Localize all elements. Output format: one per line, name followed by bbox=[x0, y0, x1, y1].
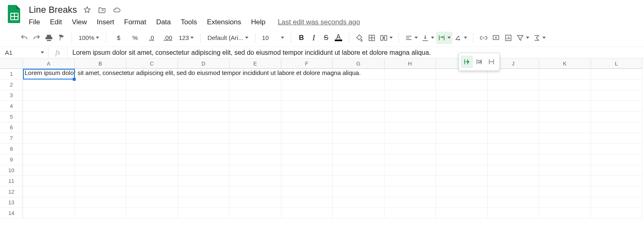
col-header[interactable]: L bbox=[591, 58, 643, 69]
fill-color-button[interactable] bbox=[353, 32, 366, 44]
cell[interactable] bbox=[178, 69, 230, 79]
menu-insert[interactable]: Insert bbox=[92, 16, 119, 28]
italic-button[interactable]: I bbox=[308, 32, 320, 44]
cell[interactable] bbox=[488, 208, 540, 219]
cell[interactable] bbox=[178, 101, 230, 112]
cell[interactable] bbox=[75, 133, 127, 144]
cell[interactable] bbox=[591, 112, 643, 122]
cell[interactable] bbox=[281, 154, 333, 165]
cell[interactable] bbox=[75, 69, 127, 79]
cell[interactable] bbox=[126, 69, 178, 79]
font-select[interactable]: Default (Ari... bbox=[205, 32, 251, 44]
cell[interactable] bbox=[385, 69, 436, 79]
cell[interactable] bbox=[23, 144, 75, 154]
cell[interactable] bbox=[436, 133, 488, 144]
cell[interactable] bbox=[126, 154, 178, 165]
cell[interactable] bbox=[539, 187, 591, 197]
row-header[interactable]: 9 bbox=[0, 154, 23, 165]
cell[interactable] bbox=[75, 176, 127, 187]
cell[interactable] bbox=[385, 187, 436, 197]
cell[interactable] bbox=[23, 79, 75, 90]
cell[interactable] bbox=[229, 187, 281, 197]
cell[interactable] bbox=[333, 154, 385, 165]
cell[interactable] bbox=[281, 144, 333, 154]
name-box[interactable]: A1 bbox=[0, 47, 49, 58]
cell[interactable] bbox=[333, 122, 385, 133]
cell[interactable] bbox=[23, 122, 75, 133]
menu-file[interactable]: File bbox=[28, 16, 45, 28]
cell[interactable] bbox=[385, 154, 436, 165]
col-header[interactable]: G bbox=[333, 58, 385, 69]
row-header[interactable]: 1 bbox=[0, 69, 23, 79]
cell[interactable] bbox=[75, 144, 127, 154]
row-header[interactable]: 13 bbox=[0, 197, 23, 208]
col-header[interactable]: H bbox=[385, 58, 436, 69]
cell[interactable] bbox=[229, 90, 281, 101]
cell[interactable] bbox=[229, 79, 281, 90]
cell[interactable] bbox=[539, 112, 591, 122]
cell[interactable] bbox=[385, 176, 436, 187]
cell[interactable] bbox=[75, 208, 127, 219]
undo-button[interactable] bbox=[18, 32, 30, 44]
strikethrough-button[interactable]: S bbox=[320, 32, 332, 44]
cell[interactable] bbox=[23, 197, 75, 208]
cell[interactable] bbox=[436, 144, 488, 154]
cell[interactable] bbox=[23, 90, 75, 101]
cell[interactable] bbox=[333, 208, 385, 219]
sheets-logo[interactable] bbox=[6, 2, 23, 26]
cell[interactable] bbox=[178, 90, 230, 101]
cell[interactable] bbox=[385, 197, 436, 208]
cell[interactable] bbox=[281, 197, 333, 208]
row-header[interactable]: 5 bbox=[0, 112, 23, 122]
col-header[interactable]: K bbox=[539, 58, 591, 69]
cell[interactable] bbox=[539, 165, 591, 176]
cell[interactable] bbox=[281, 176, 333, 187]
insert-link-button[interactable] bbox=[477, 32, 490, 44]
cell[interactable] bbox=[23, 208, 75, 219]
cell[interactable] bbox=[539, 69, 591, 79]
cell[interactable] bbox=[539, 197, 591, 208]
cell[interactable] bbox=[539, 154, 591, 165]
cell[interactable] bbox=[333, 144, 385, 154]
row-header[interactable]: 4 bbox=[0, 101, 23, 112]
cell[interactable] bbox=[281, 133, 333, 144]
cell[interactable] bbox=[229, 101, 281, 112]
text-color-button[interactable]: A bbox=[332, 32, 345, 44]
menu-edit[interactable]: Edit bbox=[45, 16, 67, 28]
cell[interactable] bbox=[178, 197, 230, 208]
cell[interactable] bbox=[591, 187, 643, 197]
bold-button[interactable]: B bbox=[295, 32, 308, 44]
formula-bar[interactable]: Lorem ipsum dolor sit amet, consectetur … bbox=[67, 49, 644, 56]
col-header[interactable]: D bbox=[178, 58, 230, 69]
row-header[interactable]: 3 bbox=[0, 90, 23, 101]
cell[interactable] bbox=[178, 79, 230, 90]
cell[interactable] bbox=[539, 133, 591, 144]
cell[interactable] bbox=[385, 208, 436, 219]
col-header[interactable]: F bbox=[281, 58, 333, 69]
cell[interactable] bbox=[539, 101, 591, 112]
cell[interactable] bbox=[178, 208, 230, 219]
font-size-select[interactable]: 10 bbox=[259, 32, 287, 44]
decrease-decimal-button[interactable]: .0 bbox=[143, 32, 160, 44]
cell[interactable] bbox=[436, 101, 488, 112]
cell[interactable] bbox=[75, 122, 127, 133]
cell[interactable] bbox=[23, 69, 75, 79]
row-header[interactable]: 8 bbox=[0, 144, 23, 154]
col-header[interactable]: B bbox=[75, 58, 127, 69]
cell[interactable] bbox=[591, 122, 643, 133]
cell[interactable] bbox=[436, 176, 488, 187]
cell[interactable] bbox=[333, 79, 385, 90]
cell[interactable] bbox=[436, 154, 488, 165]
vertical-align-button[interactable] bbox=[419, 32, 436, 44]
cell[interactable] bbox=[75, 165, 127, 176]
row-header[interactable]: 10 bbox=[0, 165, 23, 176]
filter-button[interactable] bbox=[514, 32, 531, 44]
cell[interactable] bbox=[488, 79, 540, 90]
cell[interactable] bbox=[23, 176, 75, 187]
row-header[interactable]: 6 bbox=[0, 122, 23, 133]
col-header[interactable]: C bbox=[126, 58, 178, 69]
cell[interactable] bbox=[281, 90, 333, 101]
cell[interactable] bbox=[75, 101, 127, 112]
cell[interactable] bbox=[333, 165, 385, 176]
cell[interactable] bbox=[229, 112, 281, 122]
